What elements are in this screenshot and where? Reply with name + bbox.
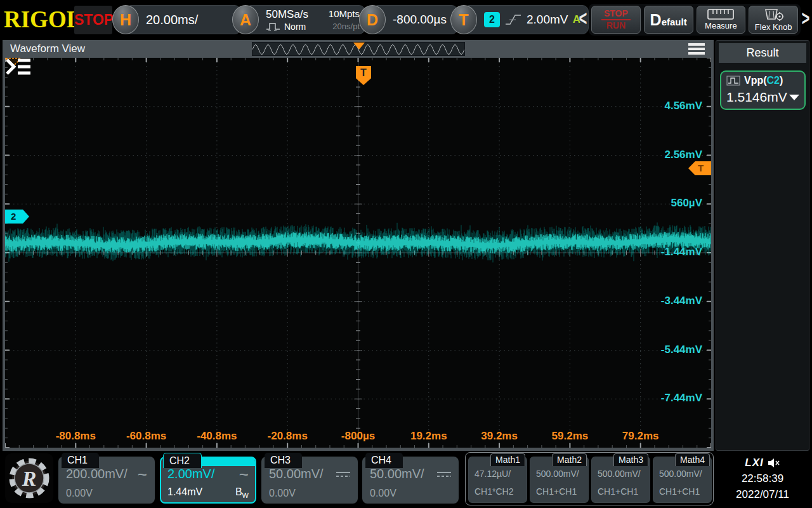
math-tab[interactable]: Math2 — [552, 453, 587, 466]
dropdown-caret-icon[interactable] — [789, 95, 799, 100]
graticule[interactable]: T 2 T 4.56mV2.56mV560µV-1.44mV-3.44mV-5.… — [5, 58, 711, 448]
toolbar-collapse-left-icon[interactable]: < — [579, 6, 587, 31]
default-initial: D — [650, 11, 662, 29]
toolbar-expand-right-icon[interactable]: > — [801, 6, 810, 31]
menu-icon[interactable] — [688, 43, 705, 57]
preview-trigger-position-icon[interactable] — [353, 43, 365, 50]
run-state-indicator[interactable]: STOP — [74, 6, 112, 34]
time-label: -800µs — [328, 430, 389, 443]
measurement-label: Vpp(C2) — [744, 75, 783, 86]
system-date: 2022/07/11 — [716, 486, 809, 502]
channel-tab[interactable]: CH1 — [62, 453, 99, 468]
ac-coupling-icon: ~ — [138, 469, 147, 480]
horizontal-group[interactable]: H 20.00ms/ — [112, 5, 241, 34]
channel-tab[interactable]: CH2 — [163, 453, 202, 468]
ruler-icon — [707, 9, 734, 20]
math-card-Math2[interactable]: Math2500.00mV/CH1+CH1 — [530, 457, 589, 503]
channel-card-CH3[interactable]: CH350.00mV/0.00V — [261, 453, 358, 504]
channel-card-CH1[interactable]: CH1200.00mV/~0.00V — [58, 453, 155, 504]
quick-buttons: STOP RUN Default Measure Flex Knob — [589, 4, 801, 36]
math-card-Math3[interactable]: Math3500.00mV/CH1+CH1 — [591, 457, 650, 503]
channel-offset-row: 0.00V — [66, 488, 147, 499]
delay-group[interactable]: D -800.00µs — [359, 5, 458, 34]
channel-offset-row: 0.00V — [269, 488, 350, 499]
channel-tab[interactable]: CH4 — [365, 453, 403, 468]
lxi-logo: LXI — [745, 457, 763, 469]
math-scale: 500.00mV/ — [536, 469, 579, 479]
waveform-header: Waveform View — [3, 40, 714, 58]
rigol-logo: RIGOL — [4, 5, 74, 34]
time-label: 39.2ms — [469, 430, 530, 443]
acquisition-group[interactable]: A 50MSa/s 10Mpts Norm 20ns/pt — [232, 5, 365, 34]
waveform-position-preview[interactable] — [252, 42, 465, 56]
channel-offset-row: 1.44mVBW — [167, 486, 249, 499]
stop-run-button[interactable]: STOP RUN — [591, 6, 641, 34]
stop-label: STOP — [604, 9, 628, 18]
channel-offset: 1.44mV — [167, 486, 202, 498]
channel-offset: 0.00V — [269, 488, 296, 499]
default-rest: efault — [662, 17, 687, 27]
default-button[interactable]: Default — [644, 6, 693, 34]
oscilloscope-screen: RIGOL STOP H 20.00ms/ A 50MSa/s 10Mpts N… — [0, 0, 812, 508]
voltage-label: -7.44mV — [661, 392, 702, 404]
memory-depth: 10Mpts — [323, 8, 360, 21]
voltage-label: 560µV — [671, 197, 703, 210]
acquisition-info[interactable]: 50MSa/s 10Mpts Norm 20ns/pt — [245, 5, 365, 34]
math-card-Math1[interactable]: Math147.12µU/CH1*CH2 — [468, 457, 527, 503]
acquisition-knob[interactable]: A — [232, 5, 259, 34]
channel-scale-row: 50.00mV/ — [370, 467, 451, 481]
math-tab[interactable]: Math3 — [613, 453, 648, 466]
trigger-source-badge: 2 — [484, 12, 500, 27]
voltage-label: -3.44mV — [661, 295, 702, 307]
flex-knob-button[interactable]: Flex Knob — [749, 6, 798, 34]
math-scale: 500.00mV/ — [598, 469, 641, 479]
trigger-group[interactable]: T 2 2.00mV A — [450, 5, 589, 34]
math-tab[interactable]: Math1 — [490, 453, 525, 466]
math-scale: 47.12µU/ — [475, 469, 511, 479]
measure-button[interactable]: Measure — [697, 6, 746, 34]
channel-tab[interactable]: CH3 — [265, 453, 302, 468]
measurement-result-card[interactable]: Vpp(C2) 1.5146mV — [720, 70, 806, 110]
channel2-trace — [5, 58, 711, 448]
channel-scale-row: 200.00mV/~ — [66, 467, 147, 481]
trigger-level: 2.00mV — [527, 13, 568, 27]
measure-label: Measure — [705, 21, 737, 30]
system-time: 22:58:39 — [716, 471, 809, 486]
system-status-block[interactable]: LXI 22:58:39 2022/07/11 — [716, 452, 809, 505]
math-card-Math4[interactable]: Math4500.00mV/CH1+CH1 — [653, 457, 712, 503]
channel-scale: 2.00mV/ — [167, 467, 214, 481]
voltage-label: -1.44mV — [661, 246, 702, 258]
time-label: 19.2ms — [398, 430, 459, 443]
math-expression: CH1+CH1 — [598, 486, 638, 497]
channel-card-CH4[interactable]: CH450.00mV/0.00V — [362, 453, 459, 504]
math-expression: CH1+CH1 — [536, 486, 577, 497]
channel-scale-row: 50.00mV/ — [269, 467, 350, 481]
channel-offset: 0.00V — [370, 488, 396, 499]
channel-offset-row: 0.00V — [370, 488, 451, 499]
math-expression: CH1*CH2 — [475, 486, 513, 497]
channel-scale: 50.00mV/ — [269, 467, 324, 481]
math-cards-group: Math147.12µU/CH1*CH2Math2500.00mV/CH1+CH… — [465, 452, 714, 505]
time-label: 79.2ms — [610, 430, 671, 443]
time-per-point: 20ns/pt — [323, 22, 360, 32]
trigger-knob[interactable]: T — [450, 5, 477, 34]
channel-scale-row: 2.00mV/~ — [167, 467, 249, 481]
waveform-view-title: Waveform View — [10, 40, 85, 58]
flex-knob-label: Flex Knob — [755, 22, 792, 32]
rigol-gear-logo-button[interactable]: R — [5, 453, 53, 503]
delay-value-text: -800.00µs — [393, 13, 447, 27]
time-label: 59.2ms — [539, 430, 600, 443]
channel-offset: 0.00V — [66, 488, 93, 499]
channel-card-CH2[interactable]: CH22.00mV/~1.44mVBW — [160, 453, 256, 504]
waveform-thumbnail-icon — [726, 76, 740, 86]
trigger-info[interactable]: 2 2.00mV A — [463, 5, 589, 34]
horizontal-scale[interactable]: 20.00ms/ — [125, 5, 241, 34]
horizontal-knob[interactable]: H — [112, 5, 139, 34]
time-label: -80.8ms — [45, 430, 106, 443]
voltage-label: -5.44mV — [661, 344, 702, 356]
flex-knob-icon — [761, 8, 786, 21]
math-tab[interactable]: Math4 — [675, 453, 710, 466]
delay-knob[interactable]: D — [359, 5, 386, 34]
graticule-menu-icon[interactable] — [5, 58, 32, 76]
measurement-value: 1.5146mV — [726, 90, 787, 105]
